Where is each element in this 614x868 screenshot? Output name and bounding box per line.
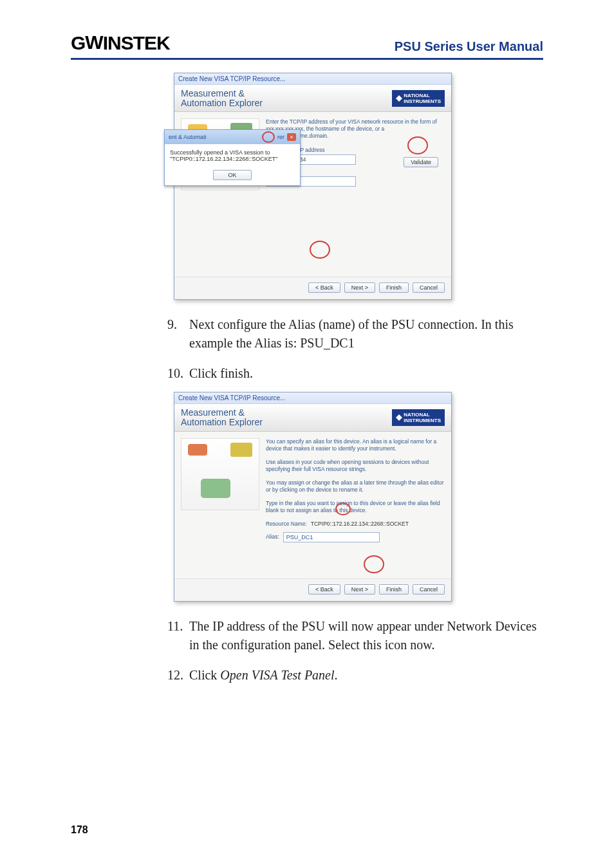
brand-logo: GWINSTEK [71, 32, 170, 54]
highlight-circle-icon [262, 131, 275, 143]
popup-buttons: OK [165, 167, 300, 185]
eagle-icon [396, 95, 402, 102]
alias-label: Alias: [266, 533, 279, 540]
step-9: 9. Next configure the Alias (name) of th… [167, 315, 537, 353]
dialog-illustration [181, 438, 259, 510]
screenshot-1: Create New VISA TCP/IP Resource... Measu… [167, 73, 537, 300]
step-number: 9. [167, 315, 189, 353]
eagle-icon [396, 414, 402, 421]
mx-line2: Automation Explorer [181, 98, 263, 108]
alias-input[interactable]: PSU_DC1 [283, 532, 380, 542]
dialog-titlebar: Create New VISA TCP/IP Resource... [174, 392, 451, 404]
step-12-suffix: . [335, 668, 338, 682]
alias-p1: You can specify an alias for this device… [266, 438, 445, 452]
doc-title: PSU Series User Manual [395, 39, 543, 54]
dialog-titlebar: Create New VISA TCP/IP Resource... [174, 73, 451, 85]
validate-area: Validate [404, 157, 438, 167]
dialog-topband: Measurement & Automation Explorer NATION… [174, 404, 451, 431]
cancel-button[interactable]: Cancel [413, 282, 445, 293]
alias-p4-wrap: Type in the alias you want to assign to … [266, 500, 445, 514]
step-text: Click Open VISA Test Panel. [189, 666, 537, 685]
next-button[interactable]: Next > [344, 584, 375, 595]
popup-body: Successfully opened a VISA session to "T… [165, 144, 300, 167]
mx-line1: Measurement & [181, 88, 245, 98]
manual-page: GWINSTEK PSU Series User Manual Create N… [0, 0, 614, 868]
popup-title-left: ent & Automati [169, 134, 207, 140]
ok-button[interactable]: OK [213, 170, 251, 180]
validate-button[interactable]: Validate [404, 157, 438, 167]
mx-line1: Measurement & [181, 407, 245, 418]
alias-p3: You may assign or change the alias at a … [266, 479, 445, 494]
popup-titlebar: ent & Automati rer × [165, 130, 300, 144]
step-12: 12. Click Open VISA Test Panel. [167, 666, 537, 685]
step-text: Click finish. [189, 364, 537, 383]
cancel-button[interactable]: Cancel [413, 584, 445, 595]
next-button[interactable]: Next > [344, 282, 375, 293]
mx-line2: Automation Explorer [181, 417, 263, 427]
popup-msg-1: Successfully opened a VISA session to [170, 149, 295, 156]
measurement-explorer-title: Measurement & Automation Explorer [181, 408, 263, 427]
step-number: 11. [167, 617, 189, 654]
step-text: Next configure the Alias (name) of the P… [189, 315, 537, 353]
dialog-buttons: < Back Next > Finish Cancel [174, 578, 451, 601]
national-instruments-badge: NATIONAL INSTRUMENTS [392, 409, 445, 426]
visa-dialog-2: Create New VISA TCP/IP Resource... Measu… [174, 392, 452, 602]
page-content: Create New VISA TCP/IP Resource... Measu… [71, 73, 543, 685]
ni-badge-text: NATIONAL INSTRUMENTS [404, 412, 441, 423]
alias-p2: Use aliases in your code when opening se… [266, 459, 445, 473]
resource-name-row: Resource Name: TCPIP0::172.16.22.134::22… [266, 521, 445, 527]
page-header: GWINSTEK PSU Series User Manual [71, 32, 543, 60]
success-popup: ent & Automati rer × Successfully opened… [164, 129, 301, 186]
step-number: 10. [167, 364, 189, 383]
alias-p4: Type in the alias you want to assign to … [266, 500, 440, 513]
finish-button[interactable]: Finish [379, 282, 409, 293]
step-12-italic: Open VISA Test Panel [220, 668, 334, 682]
dialog-buttons: < Back Next > Finish Cancel [174, 277, 451, 299]
back-button[interactable]: < Back [308, 282, 340, 293]
screenshot-2: Create New VISA TCP/IP Resource... Measu… [167, 392, 537, 602]
visa-dialog-1: Create New VISA TCP/IP Resource... Measu… [174, 73, 452, 300]
resource-name-label: Resource Name: [266, 521, 307, 527]
highlight-circle-icon [364, 555, 384, 573]
step-12-prefix: Click [189, 668, 220, 682]
popup-title-right: rer [277, 134, 284, 140]
close-icon[interactable]: × [287, 133, 296, 141]
step-text: The IP address of the PSU will now appea… [189, 617, 537, 654]
step-number: 12. [167, 666, 189, 685]
step-11: 11. The IP address of the PSU will now a… [167, 617, 537, 654]
ni-badge-text: NATIONAL INSTRUMENTS [404, 93, 441, 104]
dialog-body: You can specify an alias for this device… [174, 432, 451, 549]
page-number: 178 [71, 824, 88, 836]
dialog-form: You can specify an alias for this device… [266, 438, 445, 542]
measurement-explorer-title: Measurement & Automation Explorer [181, 89, 263, 107]
popup-msg-2: "TCPIP0::172.16.22.134::2268::SOCKET" [170, 156, 295, 162]
alias-row: Alias: PSU_DC1 [266, 531, 445, 542]
national-instruments-badge: NATIONAL INSTRUMENTS [392, 90, 445, 107]
step-10: 10. Click finish. [167, 364, 537, 383]
resource-name-value: TCPIP0::172.16.22.134::2268::SOCKET [311, 521, 409, 527]
dialog-topband: Measurement & Automation Explorer NATION… [174, 85, 451, 112]
back-button[interactable]: < Back [308, 584, 340, 595]
finish-button[interactable]: Finish [379, 584, 409, 595]
